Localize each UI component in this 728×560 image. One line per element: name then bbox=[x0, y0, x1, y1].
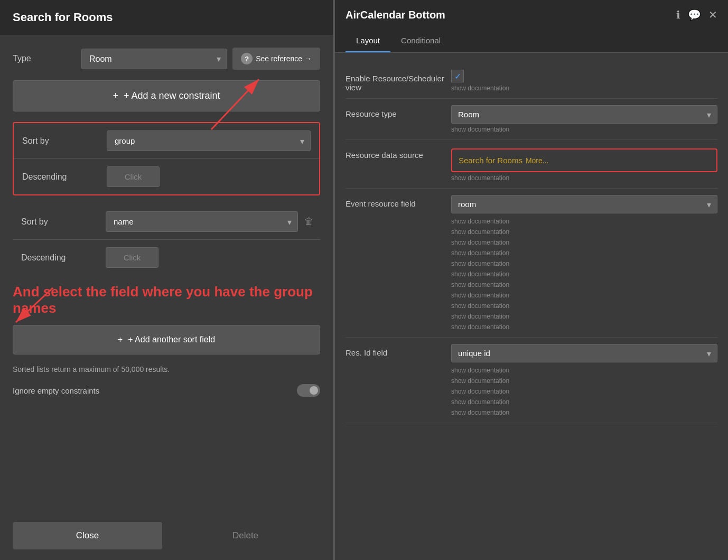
sort-select-2[interactable]: name bbox=[106, 211, 298, 232]
add-constraint-button[interactable]: + + Add a new constraint bbox=[13, 80, 320, 111]
show-doc-7[interactable]: show documentation bbox=[451, 281, 717, 288]
resource-type-show-doc[interactable]: show documentation bbox=[451, 126, 717, 133]
show-doc-9[interactable]: show documentation bbox=[451, 302, 717, 310]
event-resource-select-wrapper: room ▾ bbox=[451, 195, 717, 213]
res-id-label: Res. Id field bbox=[346, 344, 451, 357]
event-resource-select[interactable]: room bbox=[451, 195, 717, 213]
click-label-1: Click bbox=[125, 172, 142, 181]
type-label: Type bbox=[13, 54, 81, 63]
enable-resource-checkbox[interactable]: ✓ bbox=[451, 70, 464, 82]
event-resource-row: Event resource field room ▾ show documen… bbox=[346, 189, 717, 338]
show-doc-16[interactable]: show documentation bbox=[451, 409, 717, 416]
event-resource-show-docs: show documentation show documentation sh… bbox=[451, 213, 717, 331]
tab-conditional[interactable]: Conditional bbox=[390, 30, 451, 52]
enable-resource-label: Enable Resource/Scheduler view bbox=[346, 70, 451, 92]
show-doc-5[interactable]: show documentation bbox=[451, 260, 717, 267]
question-badge: ? bbox=[241, 53, 253, 64]
see-reference-button[interactable]: ? See reference → bbox=[232, 48, 320, 70]
right-panel-header: AirCalendar Bottom ℹ 💬 ✕ bbox=[335, 0, 728, 30]
res-id-row: Res. Id field unique id ▾ show documenta… bbox=[346, 338, 717, 423]
right-panel-title: AirCalendar Bottom bbox=[346, 9, 445, 21]
show-doc-6[interactable]: show documentation bbox=[451, 270, 717, 278]
resource-ds-value-container: Search for Rooms More... show documentat… bbox=[451, 146, 717, 182]
add-sort-label: + Add another sort field bbox=[128, 335, 215, 344]
show-doc-12[interactable]: show documentation bbox=[451, 367, 717, 374]
enable-resource-show-doc[interactable]: show documentation bbox=[451, 85, 717, 92]
show-doc-11[interactable]: show documentation bbox=[451, 323, 717, 331]
show-doc-8[interactable]: show documentation bbox=[451, 292, 717, 299]
tab-layout[interactable]: Layout bbox=[346, 30, 390, 52]
left-panel-body: Type Room ▾ ? See reference → + + Add a … bbox=[0, 35, 333, 511]
sort-by-label-1: Sort by bbox=[22, 136, 107, 146]
show-doc-10[interactable]: show documentation bbox=[451, 313, 717, 320]
delete-button[interactable]: Delete bbox=[171, 522, 320, 549]
type-row: Type Room ▾ ? See reference → bbox=[13, 48, 320, 70]
show-doc-4[interactable]: show documentation bbox=[451, 249, 717, 257]
ignore-label: Ignore empty constraints bbox=[13, 386, 99, 395]
close-label: Close bbox=[76, 530, 99, 540]
show-doc-14[interactable]: show documentation bbox=[451, 388, 717, 395]
descending-click-btn-1[interactable]: Click bbox=[107, 166, 160, 187]
show-doc-3[interactable]: show documentation bbox=[451, 239, 717, 246]
left-panel-title: Search for Rooms bbox=[13, 11, 113, 24]
resource-type-row: Resource type Room ▾ show documentation bbox=[346, 99, 717, 140]
right-panel-tabs: Layout Conditional bbox=[335, 30, 728, 53]
left-panel-header: Search for Rooms bbox=[0, 0, 333, 35]
add-sort-plus-icon: + bbox=[118, 335, 123, 344]
show-doc-2[interactable]: show documentation bbox=[451, 228, 717, 236]
descending-click-btn-2[interactable]: Click bbox=[106, 247, 158, 268]
res-id-select[interactable]: unique id bbox=[451, 344, 717, 362]
ignore-row: Ignore empty constraints bbox=[13, 384, 320, 397]
info-icon[interactable]: ℹ bbox=[676, 8, 680, 21]
add-constraint-label: + Add a new constraint bbox=[124, 90, 220, 101]
res-id-value: unique id ▾ show documentation show docu… bbox=[451, 344, 717, 416]
add-sort-button[interactable]: + + Add another sort field bbox=[13, 325, 320, 354]
sort-row-1: Sort by group ▾ bbox=[14, 123, 319, 158]
close-button[interactable]: Close bbox=[13, 522, 162, 549]
resource-type-select[interactable]: Room bbox=[451, 105, 717, 124]
resource-ds-more[interactable]: More... bbox=[526, 156, 549, 165]
resource-ds-section: Search for Rooms More... bbox=[451, 148, 717, 172]
see-reference-label: See reference → bbox=[256, 54, 312, 63]
resource-ds-label: Resource data source bbox=[346, 146, 451, 160]
show-doc-15[interactable]: show documentation bbox=[451, 398, 717, 406]
resource-ds-link[interactable]: Search for Rooms bbox=[459, 156, 522, 165]
delete-sort-icon[interactable]: 🗑 bbox=[302, 214, 316, 229]
ignore-toggle[interactable] bbox=[297, 384, 320, 397]
descending-label-1: Descending bbox=[22, 172, 107, 182]
comment-icon[interactable]: 💬 bbox=[688, 8, 701, 21]
left-panel: Search for Rooms Type Room ▾ ? See refer… bbox=[0, 0, 333, 560]
sorted-note: Sorted lists return a maximum of 50,000 … bbox=[13, 365, 320, 374]
show-doc-1[interactable]: show documentation bbox=[451, 218, 717, 225]
sort-section-1: Sort by group ▾ Descending Click bbox=[13, 122, 320, 195]
right-panel-body: Enable Resource/Scheduler view ✓ show do… bbox=[335, 53, 728, 560]
sort-select-1[interactable]: group bbox=[107, 130, 311, 151]
descending-label-2: Descending bbox=[21, 253, 106, 263]
resource-type-value: Room ▾ show documentation bbox=[451, 105, 717, 133]
click-label-2: Click bbox=[124, 253, 141, 262]
show-doc-13[interactable]: show documentation bbox=[451, 377, 717, 385]
res-id-select-wrapper: unique id ▾ bbox=[451, 344, 717, 362]
descending-row-1: Descending Click bbox=[14, 158, 319, 194]
panel-footer: Close Delete bbox=[0, 511, 333, 560]
enable-resource-value: ✓ show documentation bbox=[451, 70, 717, 92]
resource-ds-row: Resource data source Search for Rooms Mo… bbox=[346, 140, 717, 189]
sort-section-2: Sort by name ▾ 🗑 Descending Click bbox=[13, 204, 320, 275]
resource-type-label: Resource type bbox=[346, 105, 451, 118]
sort-select-wrapper-2: name ▾ bbox=[106, 211, 298, 232]
add-constraint-plus-icon: + bbox=[113, 90, 118, 101]
event-resource-value: room ▾ show documentation show documenta… bbox=[451, 195, 717, 331]
resource-type-select-wrapper: Room ▾ bbox=[451, 105, 717, 124]
annotation-text: And select the field where you have the … bbox=[13, 284, 320, 316]
delete-label: Delete bbox=[232, 530, 258, 540]
resource-ds-links: Search for Rooms More... bbox=[459, 156, 710, 165]
descending-row-2: Descending Click bbox=[13, 239, 320, 275]
event-resource-label: Event resource field bbox=[346, 195, 451, 208]
type-select-wrapper: Room ▾ bbox=[81, 49, 227, 69]
right-panel: AirCalendar Bottom ℹ 💬 ✕ Layout Conditio… bbox=[335, 0, 728, 560]
res-id-show-docs: show documentation show documentation sh… bbox=[451, 362, 717, 416]
sort-by-label-2: Sort by bbox=[21, 217, 106, 227]
resource-ds-show-doc[interactable]: show documentation bbox=[451, 174, 717, 182]
close-header-icon[interactable]: ✕ bbox=[708, 8, 717, 21]
type-select[interactable]: Room bbox=[81, 49, 227, 69]
